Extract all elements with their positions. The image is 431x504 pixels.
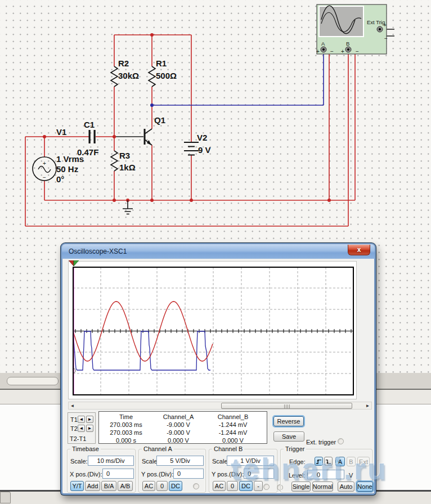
ground-symbol[interactable] <box>123 200 133 214</box>
trigger-level-label: Level: <box>289 472 305 479</box>
readout-cell: -9.000 V <box>153 429 204 436</box>
svg-text:+: + <box>341 48 344 55</box>
svg-text:A: A <box>321 40 325 47</box>
scope-hscrollbar[interactable]: ◄ ► <box>68 402 372 410</box>
channel-a-dc-button[interactable]: DC <box>169 481 182 491</box>
oscilloscope-icon[interactable]: Ext Trig + − A B + − + − <box>316 4 388 55</box>
svg-text:R3: R3 <box>119 151 130 160</box>
terminal-ext-trig[interactable] <box>377 26 383 32</box>
svg-text:−: − <box>43 174 46 181</box>
ext-trigger-indicator <box>338 438 344 444</box>
trigger-source-ext-button[interactable]: Ext <box>357 457 370 466</box>
channel-b-ypos-label: Y pos.(Div): <box>212 471 244 478</box>
mode-ba-button[interactable]: B/A <box>101 481 116 491</box>
capacitor-c1[interactable]: C1 0.47F <box>77 120 98 157</box>
readout-cell: -9.000 V <box>153 421 204 428</box>
channel-a-scale-input[interactable]: 5 V/Div <box>156 456 204 466</box>
channel-a-ypos-label: Y pos.(Div): <box>141 471 173 478</box>
readout-col-time: Time <box>99 413 153 420</box>
channel-a-ypos-input[interactable]: 0 <box>173 469 204 479</box>
trigger-level-input[interactable]: 0 <box>307 470 344 479</box>
svg-text:0°: 0° <box>56 174 64 184</box>
trigger-auto-button[interactable]: Auto <box>338 482 354 492</box>
channel-a-title: Channel A <box>142 446 174 452</box>
svg-text:+: + <box>43 160 46 166</box>
transistor-q1[interactable]: Q1 <box>145 115 165 145</box>
cursor2-marker <box>74 260 79 266</box>
svg-text:+: + <box>316 48 320 55</box>
trigger-none-button[interactable]: None <box>357 482 373 492</box>
trigger-source-b-button[interactable]: B <box>347 457 356 466</box>
close-button[interactable]: x <box>348 245 370 255</box>
svg-text:1kΩ: 1kΩ <box>119 163 136 172</box>
battery-v2[interactable]: V2 9 V <box>184 133 211 155</box>
scroll-right-icon[interactable]: ► <box>364 402 371 409</box>
ac-source-v1[interactable]: + − V1 1 Vrms 50 Hz 0° <box>33 127 84 184</box>
multisim-workspace: R2 30kΩ R1 500Ω R3 1kΩ C1 0.47F + − V1 <box>0 0 431 504</box>
wires-red[interactable] <box>25 35 355 226</box>
trigger-source-a-button[interactable]: A <box>335 457 345 466</box>
t1-left-button[interactable]: ◄ <box>78 416 85 423</box>
svg-text:Ext Trig: Ext Trig <box>367 19 385 25</box>
corner-tab[interactable] <box>0 492 11 503</box>
mode-ab-button[interactable]: A/B <box>118 481 133 491</box>
t2-right-button[interactable]: ► <box>86 425 93 432</box>
mode-add-button[interactable]: Add <box>85 481 100 491</box>
scope-hscrollbar-thumb[interactable] <box>221 403 352 409</box>
readout-cell: 0.000 s <box>99 437 153 444</box>
channel-b-scale-input[interactable]: 1 V/Div <box>227 456 274 466</box>
readout-cell: 0.000 V <box>204 437 262 444</box>
rising-edge-icon <box>316 458 322 465</box>
falling-edge-button[interactable] <box>324 457 333 466</box>
channel-b-indicator <box>263 484 270 490</box>
terminal-b[interactable] <box>345 47 351 52</box>
scope-graticule[interactable] <box>73 267 354 395</box>
resistor-r3[interactable]: R3 1kΩ <box>111 151 136 172</box>
cursor-markers[interactable] <box>69 260 79 267</box>
titlebar[interactable]: Oscilloscope-XSC1 <box>62 244 375 259</box>
timebase-group: Timebase Scale: 10 ms/Div X pos.(Div): 0… <box>67 449 136 493</box>
timebase-scale-input[interactable]: 10 ms/Div <box>88 456 134 466</box>
left-arrow-icon: ◄ <box>79 417 84 422</box>
thumb-grip-icon <box>284 404 290 408</box>
svg-text:C1: C1 <box>84 120 95 129</box>
mode-yt-button[interactable]: Y/T <box>70 481 84 491</box>
terminal-a[interactable] <box>321 47 326 52</box>
readout-cell: 270.003 ms <box>99 429 153 436</box>
timebase-xpos-label: X pos.(Div): <box>70 471 102 478</box>
t2-left-button[interactable]: ◄ <box>78 425 85 432</box>
trigger-group: Trigger Edge: A B Ext Level: 0 V Single … <box>280 449 372 493</box>
svg-text:R1: R1 <box>156 58 167 68</box>
trigger-level-unit: V <box>349 472 353 479</box>
timebase-scale-label: Scale: <box>70 458 88 465</box>
resistor-r2[interactable]: R2 30kΩ <box>111 58 139 87</box>
svg-text:V1: V1 <box>56 127 66 137</box>
channel-b-zero-button[interactable]: 0 <box>227 481 238 491</box>
close-icon: x <box>357 246 361 254</box>
t1-right-button[interactable]: ► <box>86 416 93 423</box>
canvas-hscrollbar-thumb[interactable] <box>7 377 59 385</box>
channel-a-ac-button[interactable]: AC <box>142 481 155 491</box>
svg-text:9 V: 9 V <box>198 145 211 155</box>
channel-a-zero-button[interactable]: 0 <box>156 481 168 491</box>
right-arrow-icon: ► <box>88 417 92 422</box>
readout-col-a: Channel_A <box>153 413 204 420</box>
readout-cell: -1.244 mV <box>204 421 262 428</box>
trigger-normal-button[interactable]: Normal <box>312 482 333 492</box>
channel-b-ac-button[interactable]: AC <box>213 481 226 491</box>
wires-blue[interactable] <box>152 52 324 105</box>
reverse-button[interactable]: Reverse <box>273 416 304 426</box>
scroll-left-icon[interactable]: ◄ <box>69 402 76 409</box>
timebase-xpos-input[interactable]: 0 <box>102 469 134 479</box>
trigger-single-button[interactable]: Single <box>291 482 311 492</box>
svg-text:R2: R2 <box>118 58 129 68</box>
t2-t1-label: T2-T1 <box>70 435 86 442</box>
rising-edge-button[interactable] <box>315 457 323 466</box>
resistor-r1[interactable]: R1 500Ω <box>149 58 177 87</box>
channel-b-ypos-input[interactable]: 0 <box>244 469 274 479</box>
channel-b-dc-button[interactable]: DC <box>239 481 253 491</box>
svg-text:30kΩ: 30kΩ <box>118 71 139 80</box>
channel-b-invert-button[interactable]: - <box>254 481 263 491</box>
readout-table: Time Channel_A Channel_B 270.003 ms -9.0… <box>98 411 267 444</box>
save-button[interactable]: Save <box>273 431 304 442</box>
